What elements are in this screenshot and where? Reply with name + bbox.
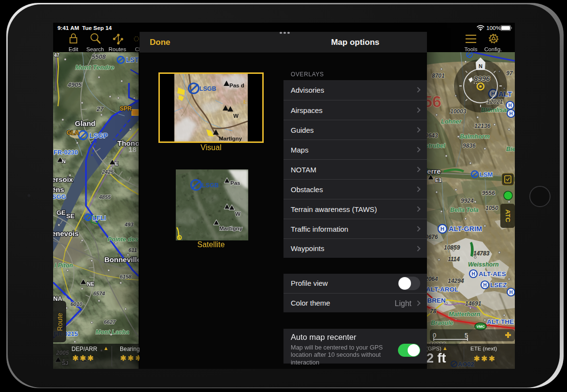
svg-text:0643: 0643: [427, 132, 438, 139]
svg-text:6158: 6158: [120, 274, 132, 280]
svg-text:LST: LST: [126, 56, 139, 64]
svg-text:Matterhorn: Matterhorn: [449, 311, 481, 318]
svg-text:Bella Tola: Bella Tola: [450, 207, 479, 213]
svg-text:12021: 12021: [487, 98, 503, 105]
svg-text:H: H: [509, 111, 512, 116]
svg-text:GLA: GLA: [67, 129, 79, 136]
svg-text:9836: 9836: [463, 142, 476, 149]
svg-text:VMC: VMC: [477, 324, 485, 329]
svg-text:0: 0: [433, 332, 436, 339]
svg-text:1114: 1114: [448, 256, 460, 263]
svg-text:H: H: [509, 290, 512, 295]
svg-text:611: 611: [128, 247, 137, 253]
svg-text:W: W: [233, 113, 239, 119]
svg-text:H: H: [483, 282, 486, 288]
svg-text:Thonon: Thonon: [117, 139, 139, 147]
svg-text:H: H: [471, 271, 475, 277]
svg-text:l Piton: l Piton: [55, 262, 73, 269]
svg-text:N: N: [62, 158, 66, 164]
svg-text:enevois: enevois: [53, 229, 79, 238]
svg-text:Gland: Gland: [75, 119, 96, 127]
svg-text:ëns: ëns: [53, 185, 64, 194]
svg-text:LSGB: LSGB: [199, 85, 216, 92]
svg-text:Bonneville: Bonneville: [104, 255, 139, 264]
svg-text:6010: 6010: [71, 301, 83, 307]
svg-text:Pointe des: Pointe des: [108, 236, 138, 243]
svg-text:LFLI: LFLI: [93, 214, 106, 222]
svg-text:5508: 5508: [92, 53, 106, 60]
svg-text:ALT-AROL: ALT-AROL: [427, 286, 458, 293]
svg-text:14691: 14691: [465, 300, 482, 307]
svg-text:SGG: SGG: [53, 193, 66, 200]
svg-text:14783: 14783: [473, 250, 490, 257]
svg-text:47: 47: [54, 53, 60, 58]
svg-text:Weisshorn: Weisshorn: [468, 261, 499, 268]
svg-text:ATC: ATC: [504, 210, 511, 223]
svg-text:Mont Lacha: Mont Lacha: [96, 329, 129, 336]
svg-text:ierre: ierre: [427, 167, 441, 175]
svg-text:ALT-THE: ALT-THE: [487, 318, 514, 325]
svg-text:N: N: [479, 63, 482, 69]
svg-text:6627: 6627: [104, 319, 116, 325]
svg-text:O: O: [177, 234, 182, 240]
svg-text:H: H: [440, 226, 444, 232]
svg-text:strubel: strubel: [427, 142, 445, 149]
svg-text:Lohner: Lohner: [441, 118, 462, 125]
svg-text:27: 27: [96, 105, 104, 112]
svg-text:E1: E1: [435, 177, 441, 183]
svg-text:Braoule: Braoule: [431, 320, 454, 326]
svg-text:9924: 9924: [461, 197, 474, 204]
svg-text:FR-0230: FR-0230: [54, 149, 78, 156]
svg-text:493: 493: [124, 222, 133, 227]
svg-text:9556: 9556: [482, 190, 495, 196]
svg-text:Pas: Pas: [230, 180, 240, 186]
svg-text:12136: 12136: [474, 123, 491, 129]
svg-text:W: W: [235, 211, 241, 217]
svg-text:2064: 2064: [427, 276, 438, 282]
svg-text:H: H: [508, 103, 511, 108]
svg-text:8996: 8996: [474, 74, 490, 83]
svg-text:Biet: Biet: [506, 146, 515, 153]
svg-text:E: E: [115, 161, 118, 167]
svg-text:LSGP: LSGP: [89, 132, 108, 140]
svg-text:1050: 1050: [485, 205, 498, 211]
svg-text:78: 78: [430, 308, 437, 315]
svg-text:ersoix: ersoix: [53, 175, 73, 183]
svg-text:10859: 10859: [444, 244, 460, 251]
svg-text:Balmhorm: Balmhorm: [460, 133, 490, 140]
svg-text:6574: 6574: [93, 291, 105, 296]
svg-text:97: 97: [506, 70, 513, 77]
svg-text:Mont Tendre: Mont Tendre: [75, 64, 114, 71]
svg-text:I:: I:: [243, 99, 247, 105]
svg-text:8701: 8701: [432, 72, 445, 79]
svg-text:ALT-GRIM: ALT-GRIM: [449, 225, 482, 233]
svg-text:NE: NE: [87, 281, 94, 287]
svg-text:2425: 2425: [101, 169, 114, 175]
svg-text:SE: SE: [66, 212, 75, 220]
svg-text:LSGB: LSGB: [202, 182, 219, 189]
svg-text:4855: 4855: [99, 194, 111, 200]
svg-text:4905: 4905: [67, 81, 82, 88]
svg-text:Martigny: Martigny: [219, 225, 243, 231]
svg-text:LSEZ: LSEZ: [490, 281, 507, 289]
svg-text:LSM: LSM: [480, 171, 493, 178]
svg-text:56: 56: [427, 92, 441, 111]
svg-text:Pas d: Pas d: [229, 83, 244, 88]
svg-text:SPR: SPR: [120, 105, 132, 112]
svg-text:10003: 10003: [450, 108, 467, 115]
svg-text:-BREN: -BREN: [427, 297, 446, 304]
svg-text:ALT-AES: ALT-AES: [479, 270, 506, 278]
svg-text:0676: 0676: [427, 234, 438, 240]
svg-text:GE: GE: [57, 209, 66, 216]
svg-text:14294: 14294: [448, 278, 464, 284]
svg-text:Martigny: Martigny: [219, 136, 242, 141]
